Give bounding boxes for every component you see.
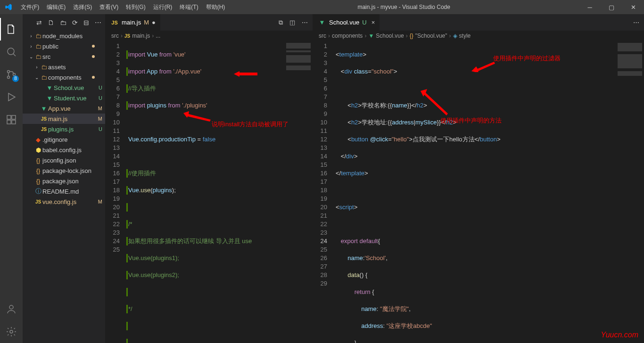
window-controls: ─ ▢ ✕ <box>579 0 644 14</box>
minimap[interactable] <box>616 41 644 343</box>
svg-point-9 <box>10 330 13 333</box>
explorer-sidebar: ⇄ 🗋 🗀 ⟳ ⊟ ⋯ ›🗀node_modules›🗀public⌄🗀src›… <box>23 14 105 343</box>
minimize-button[interactable]: ─ <box>579 0 601 14</box>
svg-rect-4 <box>7 115 11 119</box>
new-file-icon[interactable]: 🗋 <box>48 19 54 26</box>
tabs-left: JS main.js M ● ⧉ ◫ ⋯ <box>106 14 313 31</box>
menu-file[interactable]: 文件(F) <box>17 0 43 14</box>
split-icon[interactable]: ◫ <box>289 19 295 26</box>
source-control-icon[interactable]: 8 <box>0 63 23 86</box>
titlebar: 文件(F) 编辑(E) 选择(S) 查看(V) 转到(G) 运行(R) 终端(T… <box>0 0 644 14</box>
explorer-icon[interactable] <box>0 18 23 41</box>
explorer-actions: ⇄ 🗋 🗀 ⟳ ⊟ ⋯ <box>23 14 105 31</box>
tab-status: M <box>144 19 149 26</box>
menu-edit[interactable]: 编辑(E) <box>43 0 69 14</box>
vscode-logo-icon <box>0 3 17 11</box>
crumb[interactable]: src <box>111 33 119 39</box>
tab-label: main.js <box>122 19 141 26</box>
tabs-right: ▼ School.vue U × ⋯ <box>313 14 644 31</box>
crumb[interactable]: main.js <box>132 33 150 39</box>
svg-rect-7 <box>12 115 16 119</box>
menu-terminal[interactable]: 终端(T) <box>176 0 202 14</box>
tree-item[interactable]: ▼School.vueU <box>23 82 105 93</box>
svg-rect-6 <box>12 120 16 124</box>
editor-pane-right: ▼ School.vue U × ⋯ src› components› ▼Sch… <box>313 14 644 343</box>
file-tree: ›🗀node_modules›🗀public⌄🗀src›🗀assets⌄🗀com… <box>23 31 105 207</box>
breadcrumb-left[interactable]: src› JS main.js› ... <box>106 31 313 41</box>
crumb[interactable]: components <box>332 33 363 39</box>
tree-item[interactable]: {}package-lock.json <box>23 165 105 176</box>
search-icon[interactable] <box>0 41 23 63</box>
menu-help[interactable]: 帮助(H) <box>202 0 229 14</box>
tree-item[interactable]: ›🗀public <box>23 41 105 51</box>
tree-item[interactable]: ⌄🗀components <box>23 72 105 82</box>
svg-point-2 <box>8 76 10 79</box>
tree-item[interactable]: JSmain.jsM <box>23 114 105 124</box>
tab-school-vue[interactable]: ▼ School.vue U × <box>313 14 380 31</box>
editor-pane-left: JS main.js M ● ⧉ ◫ ⋯ src› JS main.js› ..… <box>105 14 313 343</box>
tree-item[interactable]: JSplugins.jsU <box>23 124 105 134</box>
tree-item[interactable]: ›🗀assets <box>23 62 105 72</box>
activity-bar: 8 <box>0 14 23 343</box>
crumb[interactable]: src <box>319 33 326 39</box>
tree-item[interactable]: ⓘREADME.md <box>23 186 105 196</box>
editor-area: JS main.js M ● ⧉ ◫ ⋯ src› JS main.js› ..… <box>105 14 644 343</box>
tree-item[interactable]: ›🗀node_modules <box>23 31 105 41</box>
tree-item[interactable]: {}jsconfig.json <box>23 155 105 165</box>
svg-point-0 <box>8 48 14 55</box>
crumb[interactable]: "School.vue" <box>415 33 447 39</box>
refresh-icon[interactable]: ⟳ <box>72 19 78 26</box>
scm-badge: 8 <box>12 75 19 82</box>
new-folder-icon[interactable]: 🗀 <box>60 19 66 26</box>
svg-point-1 <box>8 71 10 73</box>
tree-item[interactable]: {}package.json <box>23 176 105 186</box>
window-title: main.js - myvue - Visual Studio Code <box>229 4 579 10</box>
tree-item[interactable]: ▼App.vueM <box>23 103 105 114</box>
breadcrumb-right[interactable]: src› components› ▼School.vue› {}"School.… <box>313 31 644 41</box>
tab-status: U <box>362 19 366 26</box>
close-button[interactable]: ✕ <box>622 0 644 14</box>
vue-icon: ▼ <box>318 19 326 26</box>
menu-run[interactable]: 运行(R) <box>149 0 176 14</box>
more-icon[interactable]: ⋯ <box>95 19 101 26</box>
crumb[interactable]: ... <box>156 33 160 39</box>
run-debug-icon[interactable] <box>0 86 23 108</box>
svg-rect-5 <box>7 120 11 124</box>
tab-label: School.vue <box>329 19 359 26</box>
close-tab-icon[interactable]: × <box>372 19 375 26</box>
menu-view[interactable]: 查看(V) <box>96 0 122 14</box>
menu-go[interactable]: 转到(G) <box>122 0 149 14</box>
extensions-icon[interactable] <box>0 108 23 131</box>
compare-icon[interactable]: ⧉ <box>279 19 283 26</box>
tab-main-js[interactable]: JS main.js M ● <box>106 14 160 31</box>
tree-item[interactable]: ▼Student.vueU <box>23 93 105 103</box>
tree-item[interactable]: ⌄🗀src <box>23 51 105 62</box>
menu-selection[interactable]: 选择(S) <box>69 0 96 14</box>
tree-item[interactable]: JSvue.config.jsM <box>23 196 105 207</box>
crumb[interactable]: School.vue <box>376 33 404 39</box>
settings-gear-icon[interactable] <box>0 320 23 343</box>
modified-dot-icon: ● <box>152 19 156 26</box>
toggle-icon[interactable]: ⇄ <box>36 19 42 26</box>
account-icon[interactable] <box>0 298 23 320</box>
code-editor-right[interactable]: 1234567891011121314151617181920212223242… <box>313 41 644 343</box>
minimap[interactable] <box>284 41 313 343</box>
more-actions-icon[interactable]: ⋯ <box>633 19 639 26</box>
watermark: Yuucn.com <box>601 331 638 339</box>
code-editor-left[interactable]: 1234567891011121314151617181920212223242… <box>106 41 313 343</box>
collapse-icon[interactable]: ⊟ <box>83 19 89 26</box>
tree-item[interactable]: ◆.gitignore <box>23 134 105 145</box>
svg-point-8 <box>9 305 13 309</box>
more-actions-icon[interactable]: ⋯ <box>302 19 308 26</box>
main-menu: 文件(F) 编辑(E) 选择(S) 查看(V) 转到(G) 运行(R) 终端(T… <box>17 0 229 14</box>
tree-item[interactable]: ⬢babel.config.js <box>23 145 105 155</box>
maximize-button[interactable]: ▢ <box>601 0 622 14</box>
crumb[interactable]: style <box>459 33 471 39</box>
js-icon: JS <box>110 20 119 25</box>
